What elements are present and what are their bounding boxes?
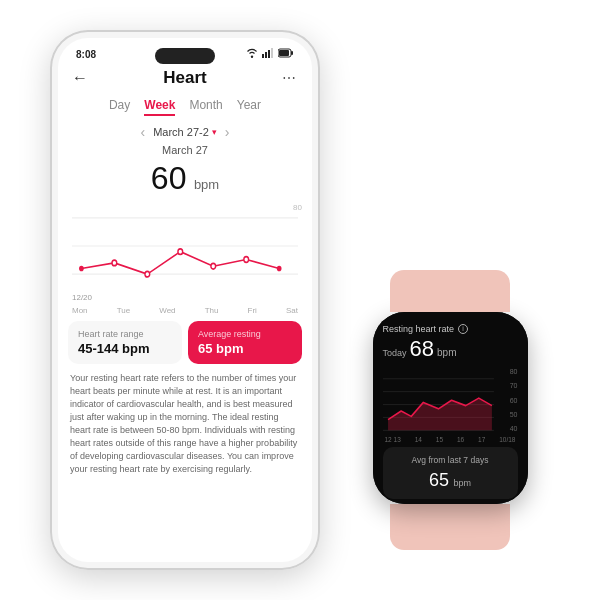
watch-chart-y-labels: 80 70 60 50 40 xyxy=(510,368,518,433)
svg-point-13 xyxy=(178,249,183,255)
stats-row: Heart rate range 45-144 bpm Average rest… xyxy=(68,321,302,364)
day-label-tue: Tue xyxy=(117,306,131,315)
date-caret: ▾ xyxy=(212,127,217,137)
watch-body: Resting heart rate i Today 68 bpm 80 70 … xyxy=(373,312,528,504)
tab-day[interactable]: Day xyxy=(109,98,130,116)
svg-point-11 xyxy=(112,260,117,266)
watch-chart: 80 70 60 50 40 xyxy=(383,368,518,433)
watch-title-row: Resting heart rate i xyxy=(383,324,518,334)
heart-rate-range-box: Heart rate range 45-144 bpm xyxy=(68,321,182,364)
watch-today-unit: bpm xyxy=(437,347,456,358)
back-button[interactable]: ← xyxy=(72,69,88,87)
svg-point-16 xyxy=(277,266,282,272)
date-nav: ‹ March 27-2 ▾ › xyxy=(58,122,312,142)
heart-rate-range-label: Heart rate range xyxy=(78,329,172,339)
watch-screen: Resting heart rate i Today 68 bpm 80 70 … xyxy=(373,312,528,504)
watch-title: Resting heart rate xyxy=(383,324,455,334)
svg-marker-22 xyxy=(388,398,492,430)
avg-resting-label: Average resting xyxy=(198,329,292,339)
heart-rate-range-value: 45-144 bpm xyxy=(78,341,172,356)
bpm-value: 60 xyxy=(151,160,187,196)
day-label-sat: Sat xyxy=(286,306,298,315)
day-labels: Mon Tue Wed Thu Fri Sat xyxy=(58,306,312,315)
watch-chart-svg xyxy=(383,368,504,433)
signal-icon xyxy=(262,48,274,60)
page-title: Heart xyxy=(163,68,206,88)
svg-rect-0 xyxy=(262,54,264,58)
status-time: 8:08 xyxy=(76,49,96,60)
watch: Resting heart rate i Today 68 bpm 80 70 … xyxy=(360,270,540,550)
watch-avg-label: Avg from last 7 days xyxy=(391,455,510,466)
watch-band-bottom xyxy=(390,504,510,550)
watch-avg-box: Avg from last 7 days 65 bpm xyxy=(383,447,518,499)
status-icons xyxy=(246,48,294,60)
watch-x-labels: 12 13 14 15 16 17 10/18 xyxy=(383,436,518,443)
description: Your resting heart rate refers to the nu… xyxy=(58,368,312,484)
more-button[interactable]: ⋯ xyxy=(282,70,298,86)
day-label-mon: Mon xyxy=(72,306,88,315)
prev-date-button[interactable]: ‹ xyxy=(141,124,146,140)
date-range: March 27-2 ▾ xyxy=(153,126,217,138)
watch-today-value: 68 xyxy=(410,336,434,362)
day-label-fri: Fri xyxy=(248,306,257,315)
wifi-icon xyxy=(246,48,258,60)
watch-avg-value: 65 xyxy=(429,470,449,490)
chart-y-label: 80 xyxy=(293,203,302,212)
watch-today-row: Today 68 bpm xyxy=(383,336,518,362)
watch-avg-unit: bpm xyxy=(453,478,471,488)
info-icon[interactable]: i xyxy=(458,324,468,334)
status-bar: 8:08 xyxy=(58,38,312,64)
svg-rect-6 xyxy=(291,51,293,55)
tab-week[interactable]: Week xyxy=(144,98,175,116)
phone-header: ← Heart ⋯ xyxy=(58,64,312,94)
svg-point-14 xyxy=(211,263,216,269)
svg-point-15 xyxy=(244,257,249,263)
day-label-thu: Thu xyxy=(205,306,219,315)
battery-icon xyxy=(278,48,294,60)
bpm-display: 60 bpm xyxy=(58,158,312,201)
svg-rect-3 xyxy=(271,48,273,58)
date-label: March 27 xyxy=(58,144,312,156)
chart-start-date: 12/20 xyxy=(58,293,312,302)
tab-year[interactable]: Year xyxy=(237,98,261,116)
phone: 8:08 ← Heart ⋯ xyxy=(50,30,320,570)
svg-rect-2 xyxy=(268,50,270,58)
phone-notch xyxy=(155,48,215,64)
watch-today-label: Today xyxy=(383,348,407,358)
scene: 8:08 ← Heart ⋯ xyxy=(30,20,570,580)
phone-inner: 8:08 ← Heart ⋯ xyxy=(58,38,312,562)
avg-resting-value: 65 bpm xyxy=(198,341,292,356)
heart-chart: 80 xyxy=(58,201,312,291)
svg-rect-5 xyxy=(279,50,289,56)
day-label-wed: Wed xyxy=(159,306,175,315)
watch-band-top xyxy=(390,270,510,312)
tab-month[interactable]: Month xyxy=(189,98,222,116)
bpm-unit: bpm xyxy=(194,177,219,192)
tabs: Day Week Month Year xyxy=(58,94,312,122)
svg-point-10 xyxy=(79,266,84,272)
svg-point-12 xyxy=(145,271,150,277)
chart-svg xyxy=(72,201,298,291)
svg-rect-1 xyxy=(265,52,267,58)
avg-resting-box: Average resting 65 bpm xyxy=(188,321,302,364)
next-date-button[interactable]: › xyxy=(225,124,230,140)
